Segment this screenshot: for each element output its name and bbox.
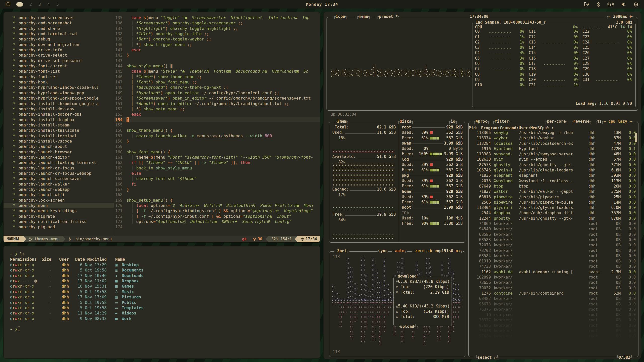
file-list-item[interactable]: *omarchy-font-set bbox=[4, 74, 114, 79]
process-row[interactable]: 76375kworker/root0B0.0 bbox=[469, 307, 638, 312]
code-line[interactable]: 160show_font_menu() { bbox=[114, 149, 320, 155]
terminal-window[interactable]: ~ ❯ ls PermissionsSizeUserDate ModifiedN… bbox=[4, 246, 320, 358]
process-row[interactable]: 74733kworker/root0B0.0 bbox=[469, 264, 638, 269]
code-line[interactable]: 171 │ [ -f ~/.config/hypr/bindings.conf … bbox=[114, 208, 320, 213]
per-core-toggle[interactable]: per-core bbox=[544, 119, 569, 124]
file-list-item[interactable]: *omarchy-menu-keybindings bbox=[4, 208, 114, 213]
file-name[interactable]: ▨Pictures bbox=[107, 294, 141, 300]
code-line[interactable]: 143 bbox=[114, 58, 320, 63]
file-list-item[interactable]: *omarchy-install-docker-dbs bbox=[4, 112, 114, 117]
file-list-item[interactable]: *omarchy-cmd-screensaver bbox=[4, 15, 114, 20]
cpu-lazy-sort[interactable]: ← cpu lazy → bbox=[601, 119, 635, 124]
code-line[interactable]: 172 │ [ -f ~/.config/hypr/input.conf ] &… bbox=[114, 214, 320, 219]
file-list-item[interactable]: *omarchy-font-current bbox=[4, 63, 114, 69]
process-row[interactable]: 94540kworker/root0B0.0 bbox=[469, 227, 638, 232]
cpu-box-title[interactable]: 1cpu bbox=[333, 14, 348, 19]
file-list-item[interactable]: *omarchy-launch-wifi bbox=[4, 192, 114, 197]
code-line[interactable]: 135 case $(menu "Toggle" "▣ Screensaver\… bbox=[114, 15, 320, 20]
file-list-item[interactable]: *omarchy-lock-screen bbox=[4, 198, 114, 203]
process-row[interactable]: 97686kworker/root0B0.0 bbox=[469, 323, 638, 328]
interval-control[interactable]: - 2000ms + bbox=[606, 14, 635, 19]
file-name[interactable]: ►Videos bbox=[107, 310, 136, 316]
file-list-item[interactable]: *omarchy-dev-add-migration bbox=[4, 42, 114, 47]
code-line[interactable]: 162 if [[ "$theme" == "CNCLD" || -z "$th… bbox=[114, 160, 320, 165]
code-line[interactable]: 164 else bbox=[114, 171, 320, 176]
file-list-item[interactable]: *omarchy-install-vscode bbox=[4, 139, 114, 144]
code-line[interactable]: 141 esac bbox=[114, 47, 320, 53]
code-line[interactable]: 150 │ *Screensaver*) open_in_editor ~/.c… bbox=[114, 96, 320, 101]
file-list-item[interactable]: *omarchy-menu bbox=[4, 203, 114, 208]
process-row[interactable]: 1275containe/usr/bin/containerdroot52M0.… bbox=[469, 291, 638, 296]
file-list-item[interactable]: *omarchy-install-tailscale bbox=[4, 128, 114, 133]
code-line[interactable]: 139 │ *Bar*) omarchy-toggle-waybar ;; bbox=[114, 36, 320, 42]
file-name[interactable]: ♫Music bbox=[107, 289, 134, 294]
code-line[interactable]: 155 bbox=[114, 122, 320, 128]
process-row[interactable]: 97684kworker/root0B0.0 bbox=[469, 334, 638, 339]
file-list-item[interactable]: *omarchy-launch-about bbox=[4, 144, 114, 149]
file-list-item[interactable]: *omarchy-notification-dismiss bbox=[4, 219, 114, 224]
disks-box-title[interactable]: disks bbox=[397, 119, 414, 124]
filter-button[interactable]: filter bbox=[492, 119, 512, 124]
process-row[interactable]: 102099kworker/root0B0.0 bbox=[469, 275, 638, 280]
plugin-count[interactable]: 30 bbox=[250, 236, 265, 242]
process-row[interactable]: 68584kworker/root0B0.0 bbox=[469, 253, 638, 259]
code-line[interactable]: 158} bbox=[114, 139, 320, 144]
process-row[interactable]: 95673kworker/root0B0.0 bbox=[469, 302, 638, 307]
file-name[interactable]: ▣Desktop bbox=[107, 262, 139, 267]
process-row[interactable]: 76377kworker/root0B0.0 bbox=[469, 318, 638, 323]
file-list-item[interactable]: *omarchy-install-chromium-google-a bbox=[4, 101, 114, 106]
process-row[interactable]: 68482kworker/root0B0.0 bbox=[469, 296, 638, 301]
reverse-toggle[interactable]: reverse bbox=[570, 119, 592, 124]
file-list-item[interactable]: *omarchy-drive-info bbox=[4, 47, 114, 53]
file-list-item[interactable]: *omarchy-launch-or-focus-webapp bbox=[4, 171, 114, 176]
io-toggle[interactable]: io bbox=[448, 119, 458, 124]
file-list-item[interactable]: *omarchy-launch-floating-terminal- bbox=[4, 160, 114, 165]
file-list-item[interactable]: *omarchy-drive-select bbox=[4, 53, 114, 58]
code-line[interactable]: 165 │ omarchy-font-set "$theme" bbox=[114, 176, 320, 181]
process-row[interactable]: 1162avahi-daavahi-daemon: running [avahi… bbox=[469, 269, 638, 275]
menu-button[interactable]: menu bbox=[356, 14, 371, 19]
git-branch[interactable]: themes-menu bbox=[26, 236, 62, 242]
file-list-item[interactable]: *omarchy-pkg-add bbox=[4, 224, 114, 230]
process-row[interactable]: 102638nvimnvim --embed .dhh57M0.0 bbox=[469, 157, 638, 162]
file-list-item[interactable]: *omarchy-install-steam bbox=[4, 122, 114, 128]
bluetooth-icon[interactable] bbox=[597, 2, 600, 7]
process-row[interactable]: 68586kworker/root0B0.0 bbox=[469, 232, 638, 237]
file-list-item[interactable]: *omarchy-hyprland-window-close-all bbox=[4, 85, 114, 90]
file-list-item[interactable]: *omarchy-cmd-terminal-cwd bbox=[4, 31, 114, 36]
process-row[interactable]: 87573ghostty/usr/bin/ghostty --gtk-dhh37… bbox=[469, 162, 638, 168]
process-row[interactable]: 1916HyprlandHyprlanddhh422M0.1 bbox=[469, 146, 638, 152]
process-row[interactable]: 63816pipewire/usr/bin/pipewiredhh25M0.0 bbox=[469, 195, 638, 200]
process-row[interactable]: 2075XwaylandXwayland :1 -rootless -dhh11… bbox=[469, 178, 638, 184]
file-list-item[interactable]: *omarchy-hook bbox=[4, 79, 114, 85]
network-icon[interactable] bbox=[608, 2, 614, 7]
process-row[interactable]: 106746glycin-i/usr/lib/glycin-loadersdhh… bbox=[469, 168, 638, 173]
process-row[interactable]: 71835elephantelephantdhh393M0.0 bbox=[469, 173, 638, 178]
code-line[interactable]: 167} bbox=[114, 187, 320, 192]
net-interface-switch[interactable]: ←b enp191s0 n→ bbox=[425, 249, 463, 253]
code-line[interactable]: 173 │ options="$options\n⎘ Defaults\n▤ D… bbox=[114, 219, 320, 224]
code-line[interactable]: 156show_theme_menu() { bbox=[114, 128, 320, 133]
file-list-item[interactable]: *omarchy-launch-or-focus bbox=[4, 165, 114, 171]
code-line[interactable]: 138 │ *Idle*) omarchy-toggle-idle ;; bbox=[114, 31, 320, 36]
select-button[interactable]: select ↵ bbox=[475, 355, 499, 360]
file-list-item[interactable]: *omarchy-debug bbox=[4, 36, 114, 42]
mem-box-title[interactable]: 2mem bbox=[334, 119, 349, 124]
process-row[interactable]: 16rcu_preeroot0B0.0 bbox=[469, 312, 638, 318]
proc-scrollbar[interactable] bbox=[635, 133, 637, 142]
process-row[interactable]: 113365swaybg/usr/bin/swaybg -i /homdhh13… bbox=[469, 130, 638, 135]
file-name[interactable]: ■Work bbox=[107, 316, 132, 321]
code-line[interactable]: 147 │ *Font*) show_font_menu ;; bbox=[114, 79, 320, 85]
file-list-item[interactable]: *omarchy-cmd-share bbox=[4, 26, 114, 31]
file-list-item[interactable]: *omarchy-launch-browser bbox=[4, 149, 114, 155]
net-box-title[interactable]: 3net bbox=[334, 249, 349, 253]
file-list-item[interactable]: *omarchy-install-dropbox bbox=[4, 117, 114, 122]
code-line[interactable]: 136 │ *Screensaver*) omarchy-toggle-scre… bbox=[114, 20, 320, 26]
net-sync-toggle[interactable]: sync bbox=[378, 249, 388, 253]
code-line[interactable]: 169show_setup_menu() { bbox=[114, 198, 320, 203]
file-list-item[interactable]: *omarchy-install-dev-env bbox=[4, 106, 114, 112]
code-line[interactable]: 170 │ local options="♫ Audio\n≈ Wifi\n𝔅 … bbox=[114, 203, 320, 208]
process-row[interactable]: 71837walker/usr/bin/walker --gappldhh325… bbox=[469, 189, 638, 194]
proc-box-title[interactable]: 4proc bbox=[473, 119, 490, 124]
code-line[interactable]: 142} bbox=[114, 53, 320, 58]
